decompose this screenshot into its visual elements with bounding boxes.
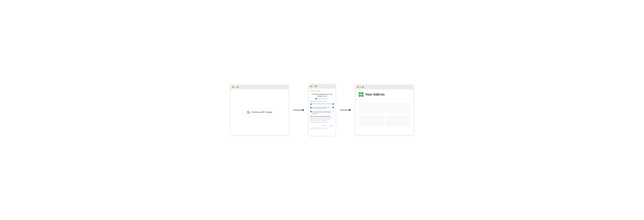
svg-rect-0 [359,92,361,94]
share-data-link[interactable]: share data safely [321,120,327,121]
titlebar-2 [308,84,336,88]
titlebar-1 [230,85,289,89]
google-logo-icon [247,111,250,114]
perm-text-2: See your personal info, including any pe… [312,106,332,109]
continue-with-google-button[interactable]: Continue with Google [242,109,277,116]
perm-check-2[interactable] [332,107,334,108]
svg-rect-2 [359,95,361,97]
permission-item-2: See your personal info, including any pe… [310,106,334,109]
addon-title: Your Add-on [365,92,385,96]
dot-red-3 [357,86,359,88]
select-label: Select what your Add-On can access [310,101,334,102]
dot-green-1 [237,86,239,88]
arrow-1 [293,110,304,110]
dot-yellow-2 [313,86,314,87]
permission-item-1: Associate you with your personal info on… [310,103,334,105]
perm-icon-1 [310,103,312,105]
titlebar-3 [355,85,414,89]
dot-green-3 [362,86,364,88]
browser-window-2: Sign in with Google Your Add-On! wants a… [308,84,336,136]
google-account-link[interactable]: Google Account [324,119,330,120]
trust-text-2: Learn how Google helps you share data sa… [310,120,334,122]
flow-container: Continue with Google [227,84,417,136]
arrow-2 [340,110,351,110]
dialog-footer: English (United States) Help Privacy Ter… [310,127,334,129]
arrow-line-2 [340,110,351,110]
continue-button[interactable]: Continue [328,124,334,126]
trust-title: Make sure you trust the installed Add-On… [310,116,334,117]
browser-window-3: Your Add-on [355,85,414,135]
permission-item-3: See, create, and update its own attachme… [310,110,334,115]
perm-check-3[interactable] [332,111,334,112]
dot-red-2 [310,86,312,87]
window-3-content: Your Add-on [355,89,414,135]
dialog-header-text: Sign in with Google [312,90,320,91]
dot-green-2 [315,86,317,87]
privacy-link[interactable]: Privacy [321,128,324,129]
addon-card-small-2 [385,116,410,127]
svg-rect-1 [361,92,364,94]
window-2-content: Sign in with Google Your Add-On! wants a… [308,88,336,136]
window-1-content: Continue with Google [230,89,289,135]
help-link[interactable]: Help [318,128,320,129]
dialog-email: user@schoolDomain.com [310,98,334,100]
trust-text-3: See Kahoot!'s Privacy Policy and Terms o… [310,122,334,123]
trust-text-1: You may be sharing sensitive info with t… [310,117,334,120]
perm-text-1: Associate you with your personal info on… [312,103,332,104]
dot-yellow-3 [360,86,361,88]
arrow-line-1 [293,110,304,110]
terms-link[interactable]: Terms [324,128,326,129]
google-small-icon [310,90,311,91]
language-selector[interactable]: English (United States) [310,128,318,129]
select-label-start: Select what [310,101,316,102]
sign-in-dialog: Sign in with Google Your Add-On! wants a… [308,88,336,136]
dot-red-1 [232,86,234,88]
cancel-button[interactable]: Cancel [322,124,327,126]
addon-header: Your Add-on [355,89,414,100]
addon-app-icon [359,92,364,97]
select-label-end: can access [322,101,327,102]
dot-yellow-1 [235,86,236,88]
email-text: user@schoolDomain.com [318,98,328,99]
perm-text-3: See, create, and update its own attachme… [312,111,332,114]
dialog-title: Your Add-On! wants access to your Google… [310,93,334,97]
addon-card-row [359,116,410,127]
select-label-link[interactable]: your Add-On [316,101,322,102]
addon-card-main [359,102,410,114]
dialog-header: Sign in with Google [310,90,334,92]
browser-window-1: Continue with Google [230,85,289,135]
addon-body [355,100,414,129]
terms-of-service-link[interactable]: Terms of Service [322,122,328,123]
dialog-buttons: Cancel Continue [310,124,334,127]
continue-with-google-label: Continue with Google [252,111,272,114]
perm-icon-3 [310,111,312,113]
privacy-policy-link[interactable]: Privacy Policy [316,122,320,123]
perm-check-1[interactable] [332,103,334,105]
trust-section: Make sure you trust the installed Add-On… [310,116,334,123]
email-icon [316,98,317,100]
svg-rect-3 [361,95,364,97]
addon-card-small-1 [359,116,384,127]
perm-icon-2 [310,107,312,108]
